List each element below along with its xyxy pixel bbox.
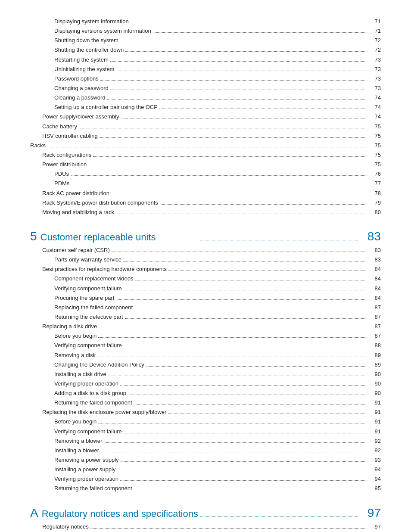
toc-dots [153, 32, 367, 33]
toc-page: 87 [369, 332, 381, 340]
toc-label: Verifying component failure [54, 427, 122, 436]
toc-dots [108, 376, 367, 376]
toc-label: Displaying versions system information [54, 27, 151, 35]
toc-dots [116, 299, 367, 300]
toc-page: 91 [369, 408, 381, 417]
toc-label: Installing a blower [54, 446, 99, 455]
toc-entry: Verifying component failure 91 [30, 427, 381, 436]
toc-entry: Shutting the controller down 72 [30, 46, 381, 54]
toc-label: Removing a power supply [54, 456, 119, 464]
toc-entry: Replacing a disk drive 87 [30, 322, 381, 331]
toc-entry: Verifying component failure 88 [30, 341, 381, 350]
toc-dots [168, 414, 367, 414]
toc-label: Verifying proper operation [54, 380, 118, 388]
toc-entry: Changing the Device Addition Policy 89 [30, 361, 381, 369]
toc-dots [168, 271, 367, 271]
toc-entry: Component replacement videos 84 [30, 274, 381, 283]
toc-page: 94 [369, 475, 381, 483]
toc-label: Changing the Device Addition Policy [54, 361, 144, 369]
toc-page: 78 [369, 189, 381, 198]
toc-page: 87 [369, 322, 381, 331]
toc-label: Verifying component failure [54, 284, 122, 293]
toc-label: Rack configurations [42, 151, 91, 159]
toc-entry: Restarting the system 73 [30, 56, 381, 64]
toc-label: PDMs [54, 179, 69, 188]
toc-entry: Changing a password 73 [30, 84, 381, 93]
toc-label: Best practices for replacing hardware co… [42, 265, 167, 274]
toc-label: Verifying component failure [54, 341, 122, 350]
toc-page: 84 [369, 294, 381, 302]
toc-dots [88, 166, 367, 166]
toc-dots [112, 252, 367, 252]
toc-page: 95 [369, 484, 381, 493]
toc-dots [100, 137, 367, 138]
toc-label: Parts only warranty service [54, 255, 121, 264]
toc-entry: Rack System/E power distribution compone… [30, 199, 381, 207]
toc-dots [116, 214, 367, 214]
toc-page: 89 [369, 361, 381, 369]
toc-label: PDUs [54, 170, 69, 178]
toc-page: 90 [369, 370, 381, 379]
page-content: Displaying system information 71 Display… [0, 0, 411, 532]
toc-dots [120, 42, 367, 42]
toc-dots [47, 147, 367, 147]
toc-entry: Rack AC power distribution 78 [30, 189, 381, 198]
chapter-dots [200, 240, 358, 240]
toc-dots [159, 109, 367, 109]
appendix-number: A [30, 506, 38, 520]
appendix-a-heading: A Regulatory notices and specifications … [30, 506, 381, 520]
toc-page: 92 [369, 437, 381, 445]
toc-entry: Racks 75 [30, 141, 381, 150]
toc-page: 74 [369, 93, 381, 102]
toc-entry: Removing a disk 89 [30, 351, 381, 360]
toc-page: 88 [369, 341, 381, 350]
toc-page: 76 [369, 170, 381, 178]
toc-label: Racks [30, 141, 46, 150]
toc-dots [124, 433, 367, 433]
toc-entry: Returning the defective part 87 [30, 313, 381, 321]
toc-entry: Returning the failed component 95 [30, 484, 381, 493]
toc-page: 83 [369, 246, 381, 255]
toc-page: 92 [369, 446, 381, 455]
toc-page: 80 [369, 208, 381, 217]
toc-dots [124, 290, 367, 290]
toc-entry: Power supply/blower assembly 74 [30, 112, 381, 121]
toc-entry: Displaying system information 71 [30, 17, 381, 26]
toc-label: Procuring the spare part [54, 294, 114, 302]
toc-label: Replacing the disk enclosure power suppl… [42, 408, 166, 417]
toc-dots [134, 309, 367, 309]
toc-dots [110, 90, 367, 90]
appendix-title: Regulatory notices and specifications [38, 508, 199, 520]
toc-label: Before you begin [54, 417, 97, 426]
toc-page: 90 [369, 389, 381, 398]
appendix-a: A Regulatory notices and specifications … [30, 506, 381, 532]
toc-label: Uninitializing the system [54, 65, 114, 74]
toc-label: Regulatory notices [42, 523, 89, 531]
toc-dots [99, 328, 367, 328]
toc-page: 74 [369, 103, 381, 112]
toc-label: Adding a disk to a disk group [54, 389, 126, 398]
toc-page: 87 [369, 313, 381, 321]
toc-dots [131, 23, 367, 23]
toc-label: Installing a power supply [54, 465, 115, 474]
toc-page: 89 [369, 351, 381, 360]
toc-page: 73 [369, 65, 381, 74]
toc-entry: Clearing a password 74 [30, 93, 381, 102]
toc-dots [125, 51, 367, 52]
toc-entry: Installing a blower 92 [30, 446, 381, 455]
toc-entry: Moving and stabilizing a rack 80 [30, 208, 381, 217]
toc-entry: Password options 73 [30, 75, 381, 83]
toc-label: Before you begin [54, 332, 97, 340]
toc-page: 72 [369, 36, 381, 45]
toc-entry: Returning the failed component 91 [30, 398, 381, 407]
toc-entry: Power distribution 75 [30, 160, 381, 169]
toc-label: Returning the failed component [54, 398, 132, 407]
toc-entry: Before you begin 91 [30, 417, 381, 426]
toc-label: Changing a password [54, 84, 109, 93]
toc-dots [107, 99, 367, 100]
toc-page: 73 [369, 56, 381, 64]
toc-label: Rack AC power distribution [42, 189, 109, 198]
toc-label: Removing a disk [54, 351, 96, 360]
toc-page: 79 [369, 199, 381, 207]
toc-entry: Replacing the disk enclosure power suppl… [30, 408, 381, 417]
